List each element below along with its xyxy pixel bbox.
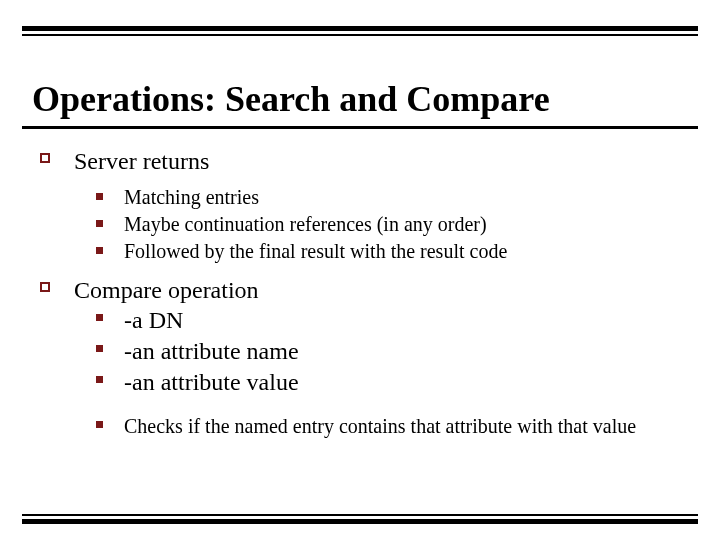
solid-square-icon: [96, 247, 103, 254]
bullet-level2: -a DN: [40, 305, 690, 336]
solid-square-icon: [96, 376, 103, 383]
bullet-text: -an attribute value: [124, 369, 299, 395]
bullet-level2: Matching entries: [40, 184, 690, 211]
bullet-level2: -an attribute value: [40, 367, 690, 398]
bullet-text: -a DN: [124, 307, 183, 333]
hollow-square-icon: [40, 282, 50, 292]
solid-square-icon: [96, 220, 103, 227]
bullet-text: Maybe continuation references (in any or…: [124, 213, 487, 235]
bullet-level2: -an attribute name: [40, 336, 690, 367]
top-rule: [22, 26, 698, 36]
bullet-level2: Checks if the named entry contains that …: [40, 413, 690, 439]
bullet-level1: Compare operation: [40, 275, 690, 305]
bullet-text: Server returns: [74, 148, 209, 174]
bullet-text: Followed by the final result with the re…: [124, 240, 507, 262]
bullet-level2: Maybe continuation references (in any or…: [40, 211, 690, 238]
solid-square-icon: [96, 345, 103, 352]
slide: Operations: Search and Compare Server re…: [0, 0, 720, 540]
bullet-text: Checks if the named entry contains that …: [124, 415, 636, 437]
bullet-text: Matching entries: [124, 186, 259, 208]
bullet-level1: Server returns: [40, 146, 690, 176]
hollow-square-icon: [40, 153, 50, 163]
bullet-text: Compare operation: [74, 277, 259, 303]
bullet-text: -an attribute name: [124, 338, 299, 364]
bullet-level2: Followed by the final result with the re…: [40, 238, 690, 265]
solid-square-icon: [96, 193, 103, 200]
sub-bullets: Matching entries Maybe continuation refe…: [40, 184, 690, 265]
slide-body: Server returns Matching entries Maybe co…: [40, 146, 690, 439]
bottom-rule: [22, 514, 698, 524]
solid-square-icon: [96, 421, 103, 428]
title-underline: [22, 126, 698, 129]
solid-square-icon: [96, 314, 103, 321]
slide-title: Operations: Search and Compare: [32, 78, 550, 120]
